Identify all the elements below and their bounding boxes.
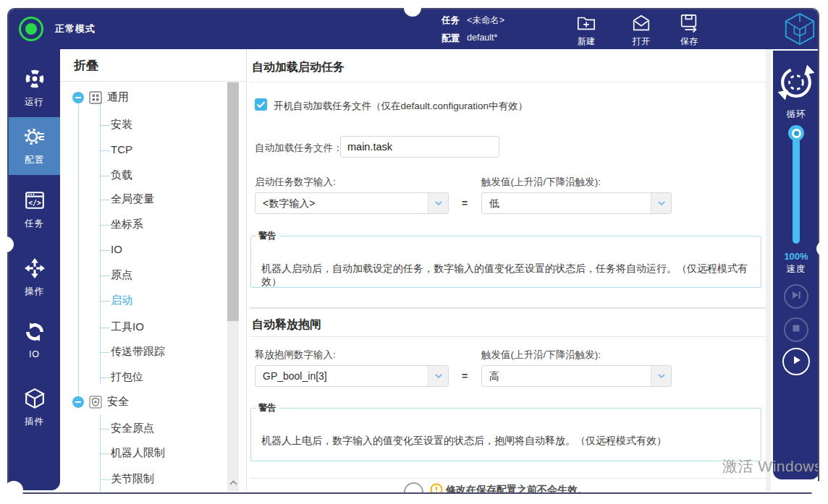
tree-item-label: IO — [111, 243, 122, 255]
stop-icon — [790, 323, 802, 337]
speed-label: 速度 — [773, 263, 819, 276]
tree-group-label: 安全 — [107, 395, 129, 409]
tree-connector-line — [100, 102, 101, 384]
select-value: 低 — [489, 197, 499, 210]
chevron-down-icon[interactable] — [651, 193, 671, 213]
sidebar-item-label: 插件 — [25, 416, 44, 428]
collapse-all-button[interactable]: 折叠 — [74, 57, 98, 74]
open-button[interactable]: 打开 — [621, 13, 662, 48]
grid-icon — [89, 91, 102, 104]
warning-box: 警告 机器人上电后，数字输入的值变化至设置的状态后，抱闸将自动释放。（仅远程模式… — [250, 402, 761, 461]
refresh-spinner-icon — [404, 482, 423, 494]
trigger-value-select[interactable]: 高 — [481, 365, 672, 387]
sidebar-item-task[interactable]: </> 任务 — [9, 184, 60, 236]
cube-wireframe-logo — [782, 11, 818, 47]
loop-button[interactable]: 循环 — [773, 59, 819, 121]
unsaved-changes-note: 修改在保存配置之前不会生效。 — [446, 484, 588, 494]
left-sidebar: 运行 配置 </> 任务 — [9, 49, 60, 490]
loop-label: 循环 — [773, 108, 819, 121]
mode-label: 正常模式 — [55, 22, 96, 35]
save-button[interactable]: 保存 — [669, 13, 709, 48]
tree-group-safety[interactable]: 安全 — [72, 395, 129, 409]
trigger-value-select[interactable]: 低 — [481, 192, 672, 214]
svg-text:</>: </> — [28, 199, 41, 207]
tree-item-label: 工具IO — [111, 320, 144, 333]
sidebar-item-io[interactable]: IO — [9, 314, 60, 366]
divider — [250, 82, 766, 82]
tree-item-origin[interactable]: 原点 — [111, 268, 132, 282]
speed-slider-handle[interactable] — [788, 125, 804, 141]
task-file-value: main.task — [347, 141, 392, 153]
app-window: 正常模式 任务 <未命名> 配置 default* 新建 — [7, 8, 819, 494]
trigger-value-label: 触发值(上升沿/下降沿触发): — [481, 176, 601, 189]
tree-item-tool-io[interactable]: 工具IO — [111, 320, 144, 334]
section-title-brake-release: 自动释放抱闸 — [252, 317, 321, 333]
tree-item-pack-position[interactable]: 打包位 — [111, 370, 143, 384]
new-button[interactable]: 新建 — [566, 13, 607, 48]
chevron-down-icon[interactable] — [428, 366, 448, 386]
gear-icon — [24, 126, 46, 150]
collapse-node-icon[interactable] — [72, 396, 84, 408]
stop-button[interactable] — [784, 317, 808, 342]
warning-title: 警告 — [255, 402, 279, 414]
save-button-label: 保存 — [669, 35, 709, 48]
step-forward-icon — [790, 289, 802, 304]
sidebar-item-config[interactable]: 配置 — [9, 117, 60, 175]
tree-item-io[interactable]: IO — [111, 243, 122, 255]
tree-item-install[interactable]: 安装 — [111, 118, 132, 132]
play-button[interactable] — [782, 348, 810, 375]
brake-digital-input-label: 释放抱闸数字输入: — [255, 349, 336, 362]
move-arrows-icon — [24, 257, 46, 282]
target-icon — [24, 68, 46, 93]
start-digital-input-select[interactable]: <数字输入> — [255, 192, 449, 214]
tree-item-safety-origin[interactable]: 安全原点 — [111, 422, 154, 435]
divider — [250, 478, 766, 479]
tree-item-tcp[interactable]: TCP — [111, 143, 132, 155]
tree-item-label: 负载 — [111, 168, 132, 181]
tree-item-label: 坐标系 — [111, 218, 143, 230]
screen-notch — [404, 0, 421, 17]
speed-slider-track[interactable] — [793, 138, 800, 244]
sidebar-item-plugin[interactable]: 插件 — [9, 382, 60, 434]
sidebar-item-label: 配置 — [25, 154, 44, 166]
tree-item-label: 全局变量 — [111, 192, 154, 205]
autoload-checkbox[interactable] — [255, 98, 267, 111]
tree-item-conveyor-tracking[interactable]: 传送带跟踪 — [111, 345, 165, 359]
collapse-node-icon[interactable] — [72, 92, 84, 103]
tree-item-startup[interactable]: 启动 — [111, 294, 132, 307]
sidebar-item-operate[interactable]: 操作 — [9, 252, 60, 304]
start-digital-input-label: 启动任务数字输入: — [255, 176, 336, 189]
equals-sign: = — [462, 370, 468, 382]
tree-item-label: 传送带跟踪 — [111, 345, 165, 357]
screen-notch — [811, 481, 828, 500]
chevron-down-icon[interactable] — [428, 193, 448, 213]
brake-digital-input-select[interactable]: GP_bool_in[3] — [255, 365, 449, 387]
divider — [250, 336, 766, 337]
scroll-up-icon[interactable] — [227, 474, 239, 490]
divider — [250, 307, 766, 309]
step-button[interactable] — [784, 284, 808, 309]
tree-item-label: 原点 — [111, 268, 132, 281]
sidebar-item-run[interactable]: 运行 — [9, 62, 60, 114]
screen-notch — [816, 241, 828, 257]
task-file-label: 自动加载任务文件： — [255, 142, 343, 155]
chevron-down-icon[interactable] — [651, 366, 671, 386]
tree-item-global-variables[interactable]: 全局变量 — [111, 192, 154, 206]
shield-icon — [89, 396, 102, 409]
tree-scrollbar-thumb[interactable] — [227, 82, 239, 321]
select-value: <数字输入> — [263, 197, 315, 210]
tree-group-general[interactable]: 通用 — [72, 90, 129, 104]
open-button-label: 打开 — [621, 35, 662, 48]
autoload-checkbox-label: 开机自动加载任务文件（仅在default.configuration中有效） — [274, 100, 528, 113]
tree-item-robot-limits[interactable]: 机器人限制 — [111, 446, 165, 460]
tree-item-load[interactable]: 负载 — [111, 168, 132, 182]
tree-item-label: 安全原点 — [111, 422, 154, 434]
sidebar-item-label: 任务 — [25, 218, 44, 230]
tree-scrollbar[interactable] — [227, 82, 239, 492]
tree-item-joint-limits[interactable]: 关节限制 — [111, 472, 154, 486]
main-scrollbar[interactable] — [766, 49, 771, 492]
cycle-arrows-icon — [24, 321, 46, 346]
task-file-input[interactable]: main.task — [340, 136, 499, 158]
tree-connector-line — [78, 102, 79, 409]
tree-item-coordinate-system[interactable]: 坐标系 — [111, 218, 143, 231]
